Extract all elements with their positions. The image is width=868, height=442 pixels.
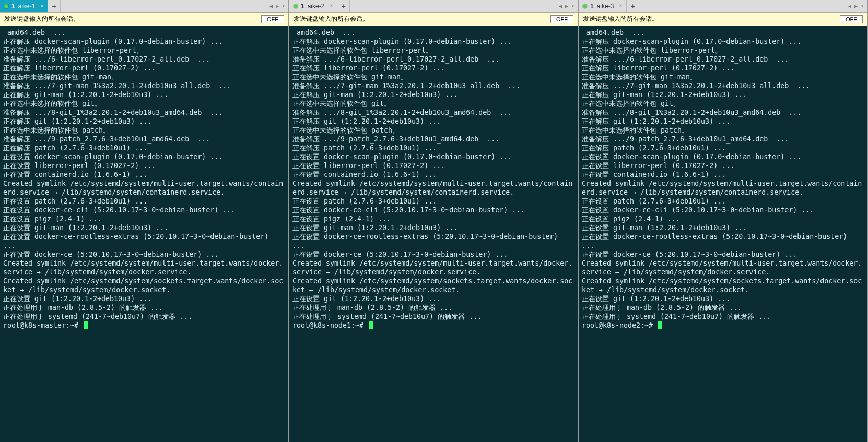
terminal-line: 正在选中未选择的软件包 liberror-perl。: [292, 46, 574, 55]
terminal-line: 正在选中未选择的软件包 patch。: [3, 126, 285, 135]
terminal-line: 正在设置 liberror-perl (0.17027-2) ...: [292, 161, 574, 170]
terminal-line: 正在处理用于 systemd (241-7~deb10u7) 的触发器 ...: [3, 312, 285, 321]
tab-prev-icon[interactable]: ◀: [268, 3, 274, 9]
cursor-icon: [84, 321, 88, 329]
terminal-line: 正在选中未选择的软件包 git。: [582, 99, 864, 108]
terminal-line: 正在解压 git (1:2.20.1-2+deb10u3) ...: [292, 117, 574, 126]
terminal-line: 准备解压 .../6-liberror-perl_0.17027-2_all.d…: [582, 55, 864, 64]
session-tab-aike-2[interactable]: 1 aike-2 ×: [289, 0, 337, 12]
tab-menu-icon[interactable]: ▾: [281, 3, 286, 9]
terminal-line: 准备解压 .../6-liberror-perl_0.17027-2_all.d…: [292, 55, 574, 64]
broadcast-info-bar: 发送键盘输入的所有会话。 OFF: [579, 13, 867, 26]
tab-strip: 1 aike-1 × + ◀ ▶ ▾: [0, 0, 288, 13]
terminal-line: 正在解压 git (1:2.20.1-2+deb10u3) ...: [582, 117, 864, 126]
terminal-line: Created symlink /etc/systemd/system/sock…: [3, 277, 285, 294]
terminal-line: 正在选中未选择的软件包 liberror-perl。: [582, 46, 864, 55]
terminal-line: 准备解压 .../9-patch_2.7.6-3+deb10u1_amd64.d…: [582, 135, 864, 144]
close-icon[interactable]: ×: [330, 3, 333, 9]
terminal-line: 正在解压 git-man (1:2.20.1-2+deb10u3) ...: [582, 90, 864, 99]
terminal-line: Created symlink /etc/systemd/system/sock…: [292, 277, 574, 294]
terminal-line: 正在选中未选择的软件包 git-man。: [582, 73, 864, 81]
broadcast-info-bar: 发送键盘输入的所有会话。 OFF: [0, 13, 288, 26]
add-tab-button[interactable]: +: [48, 0, 61, 12]
terminal-line: Created symlink /etc/systemd/system/mult…: [582, 179, 864, 197]
terminal-line: 正在处理用于 man-db (2.8.5-2) 的触发器 ...: [582, 303, 864, 312]
terminal-line: 准备解压 .../8-git_1%3a2.20.1-2+deb10u3_amd6…: [3, 108, 285, 117]
terminal-pane-3: 1 aike-3 × + ◀ ▶ ▾ 发送键盘输入的所有会话。 OFF _amd…: [579, 0, 868, 442]
cursor-icon: [658, 321, 662, 329]
broadcast-off-button[interactable]: OFF: [550, 15, 573, 23]
terminal-output[interactable]: _amd64.deb ...正在解压 docker-scan-plugin (0…: [289, 26, 578, 442]
add-tab-button[interactable]: +: [337, 0, 350, 12]
terminal-line: 正在设置 git (1:2.20.1-2+deb10u3) ...: [582, 294, 864, 303]
terminal-line: 正在选中未选择的软件包 patch。: [292, 126, 574, 135]
session-tab-aike-1[interactable]: 1 aike-1 ×: [0, 0, 48, 12]
terminal-line: 正在设置 containerd.io (1.6.6-1) ...: [292, 170, 574, 179]
terminal-line: 正在设置 docker-ce-rootless-extras (5:20.10.…: [582, 232, 864, 250]
terminal-line: 正在设置 docker-ce-cli (5:20.10.17~3-0~debia…: [3, 206, 285, 214]
broadcast-info-bar: 发送键盘输入的所有会话。 OFF: [289, 13, 578, 26]
terminal-line: 正在处理用于 man-db (2.8.5-2) 的触发器 ...: [3, 303, 285, 312]
tab-title: aike-1: [18, 3, 36, 10]
close-icon[interactable]: ×: [40, 3, 43, 9]
terminal-line: 准备解压 .../8-git_1%3a2.20.1-2+deb10u3_amd6…: [582, 108, 864, 117]
terminal-line: 准备解压 .../7-git-man_1%3a2.20.1-2+deb10u3_…: [582, 81, 864, 90]
terminal-line: 正在设置 containerd.io (1.6.6-1) ...: [582, 170, 864, 179]
terminal-line: 正在设置 git-man (1:2.20.1-2+deb10u3) ...: [292, 223, 574, 232]
terminal-line: 正在设置 patch (2.7.6-3+deb10u1) ...: [582, 197, 864, 206]
tab-nav: ◀ ▶ ▾: [556, 0, 578, 12]
terminal-line: 正在解压 liberror-perl (0.17027-2) ...: [292, 64, 574, 73]
terminal-line: 正在设置 containerd.io (1.6.6-1) ...: [3, 170, 285, 179]
tab-title: aike-3: [597, 3, 614, 10]
broadcast-off-button[interactable]: OFF: [840, 15, 863, 23]
terminal-line: _amd64.deb ...: [582, 28, 864, 37]
terminal-pane-2: 1 aike-2 × + ◀ ▶ ▾ 发送键盘输入的所有会话。 OFF _amd…: [289, 0, 579, 442]
terminal-line: 正在设置 git (1:2.20.1-2+deb10u3) ...: [292, 294, 574, 303]
terminal-output[interactable]: _amd64.deb ...正在解压 docker-scan-plugin (0…: [579, 26, 867, 442]
close-icon[interactable]: ×: [619, 3, 622, 9]
terminal-output[interactable]: _amd64.deb ...正在解压 docker-scan-plugin (0…: [0, 26, 288, 442]
terminal-line: 正在设置 pigz (2.4-1) ...: [3, 214, 285, 223]
terminal-line: 正在设置 pigz (2.4-1) ...: [292, 214, 574, 223]
tab-strip: 1 aike-2 × + ◀ ▶ ▾: [289, 0, 578, 13]
terminal-line: 准备解压 .../6-liberror-perl_0.17027-2_all.d…: [3, 55, 285, 64]
terminal-line: 正在设置 docker-scan-plugin (0.17.0~debian-b…: [582, 152, 864, 161]
cursor-icon: [369, 321, 373, 329]
terminal-line: 正在设置 docker-ce (5:20.10.17~3-0~debian-bu…: [582, 250, 864, 259]
terminal-line: 正在解压 patch (2.7.6-3+deb10u1) ...: [292, 144, 574, 152]
tab-menu-icon[interactable]: ▾: [860, 3, 865, 9]
tab-next-icon[interactable]: ▶: [853, 3, 859, 9]
terminal-line: Created symlink /etc/systemd/system/mult…: [292, 259, 574, 277]
terminal-line: 正在选中未选择的软件包 patch。: [582, 126, 864, 135]
terminal-line: 正在设置 docker-ce-rootless-extras (5:20.10.…: [292, 232, 574, 250]
terminal-line: 正在解压 liberror-perl (0.17027-2) ...: [582, 64, 864, 73]
tab-prev-icon[interactable]: ◀: [847, 3, 852, 9]
terminal-line: _amd64.deb ...: [292, 28, 574, 37]
status-dot-icon: [583, 4, 587, 8]
add-tab-button[interactable]: +: [627, 0, 639, 12]
terminal-line: Created symlink /etc/systemd/system/mult…: [3, 179, 285, 197]
tab-index: 1: [301, 3, 304, 10]
tab-next-icon[interactable]: ▶: [564, 3, 569, 9]
tab-next-icon[interactable]: ▶: [275, 3, 280, 9]
status-dot-icon: [4, 4, 8, 8]
tab-prev-icon[interactable]: ◀: [558, 3, 563, 9]
session-tab-aike-3[interactable]: 1 aike-3 ×: [579, 0, 627, 12]
broadcast-off-button[interactable]: OFF: [261, 15, 284, 23]
tab-strip: 1 aike-3 × + ◀ ▶ ▾: [579, 0, 867, 13]
terminal-prompt-line[interactable]: root@k8s-master:~#: [3, 321, 285, 330]
terminal-line: 准备解压 .../9-patch_2.7.6-3+deb10u1_amd64.d…: [3, 135, 285, 144]
tab-nav: ◀ ▶ ▾: [266, 0, 288, 12]
terminal-prompt-line[interactable]: root@k8s-node2:~#: [582, 321, 864, 330]
terminal-line: 正在设置 liberror-perl (0.17027-2) ...: [582, 161, 864, 170]
terminal-line: 正在设置 patch (2.7.6-3+deb10u1) ...: [3, 197, 285, 206]
tab-menu-icon[interactable]: ▾: [570, 3, 576, 9]
terminal-pane-1: 1 aike-1 × + ◀ ▶ ▾ 发送键盘输入的所有会话。 OFF _amd…: [0, 0, 289, 442]
tab-title: aike-2: [308, 3, 325, 10]
terminal-line: 正在处理用于 systemd (241-7~deb10u7) 的触发器 ...: [292, 312, 574, 321]
terminal-line: 正在选中未选择的软件包 git-man。: [3, 73, 285, 81]
terminal-prompt-line[interactable]: root@k8s-node1:~#: [292, 321, 574, 330]
terminal-line: 正在解压 docker-scan-plugin (0.17.0~debian-b…: [292, 37, 574, 46]
terminal-line: 正在解压 git-man (1:2.20.1-2+deb10u3) ...: [3, 90, 285, 99]
terminal-line: 准备解压 .../8-git_1%3a2.20.1-2+deb10u3_amd6…: [292, 108, 574, 117]
